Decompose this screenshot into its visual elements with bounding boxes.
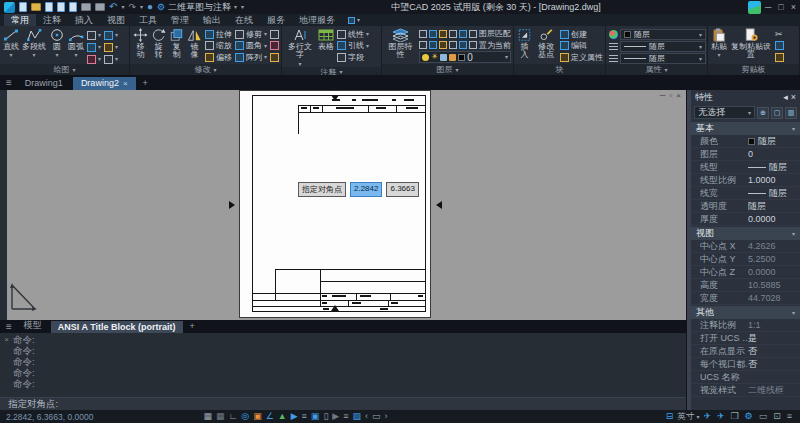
copy-clip-tool[interactable] <box>775 41 784 51</box>
qat-customize-icon[interactable]: ▾ <box>241 4 244 10</box>
units-label[interactable]: 英寸 <box>677 411 694 423</box>
circle-button[interactable]: 圆 ▾ <box>49 28 65 58</box>
create-block-tool[interactable]: 创建 <box>560 29 603 39</box>
undo-icon[interactable]: ↶ <box>109 2 117 12</box>
workspace-switcher[interactable]: ⚙ 二维草图与注释 ▾ <box>157 1 237 14</box>
save-as-icon[interactable] <box>57 2 65 12</box>
redo-icon[interactable]: ↷ <box>128 2 136 12</box>
panel-close-icon[interactable]: × <box>791 92 796 102</box>
property-row[interactable]: 厚度0.0000 <box>691 213 800 226</box>
copy-button[interactable]: 复制 <box>169 28 184 60</box>
rotate-button[interactable]: 旋转 <box>151 28 166 60</box>
property-row[interactable]: UCS 名称 <box>691 371 800 384</box>
define-attributes-tool[interactable]: 定义属性 <box>560 52 603 62</box>
property-row[interactable]: 中心点 X4.2626 <box>691 240 800 253</box>
property-row[interactable]: 宽度44.7028 <box>691 292 800 305</box>
format-brush-tool[interactable] <box>775 52 784 62</box>
linear-dimension-tool[interactable]: 线性▾ <box>337 29 369 39</box>
block-section-label[interactable]: 块 <box>514 64 605 75</box>
layout-tab-ansi-a[interactable]: ANSI A Title Block (portrait) <box>51 321 183 333</box>
property-row[interactable]: 视觉样式二维线框 <box>691 384 800 397</box>
insert-block-button[interactable]: 插入 <box>517 28 532 60</box>
layer-match-tool-icon[interactable] <box>469 30 477 38</box>
rectangle-tool[interactable]: ▾ <box>87 30 101 40</box>
ribbon-tab-工具[interactable]: 工具 <box>132 14 164 26</box>
ribbon-tab-注释[interactable]: 注释 <box>36 14 68 26</box>
lineweight-dropdown[interactable]: 随层 ▾ <box>620 41 706 52</box>
object-snap-tracking-icon[interactable]: ∠ <box>264 412 276 421</box>
ribbon-tab-常用[interactable]: 常用 <box>4 14 36 26</box>
units-stack-icon[interactable]: ≡ <box>341 412 350 421</box>
new-file-icon[interactable] <box>19 2 27 12</box>
layer-properties-button[interactable]: 图层特性 <box>385 28 416 60</box>
explode-tool[interactable] <box>270 52 279 62</box>
layer-thaw-icon[interactable] <box>439 41 447 49</box>
property-row[interactable]: 中心点 Z0.0000 <box>691 266 800 279</box>
model-tab[interactable]: 模型 <box>17 318 49 333</box>
property-row[interactable]: 注释比例1:1 <box>691 319 800 332</box>
quick-properties-icon[interactable]: ▨ <box>351 412 364 421</box>
layer-selector[interactable]: ☀ 0 ▾ <box>419 51 511 63</box>
customization-menu-icon[interactable]: ≡ <box>785 412 794 421</box>
drawing-canvas[interactable]: 指定对角点 2.2842 6.3663 ─ ▫ × <box>0 90 686 320</box>
ellipse-tool[interactable]: ▾ <box>104 54 118 64</box>
dynamic-ucs-icon[interactable]: ▲ <box>276 412 289 421</box>
property-row[interactable]: 线型比例1.0000 <box>691 174 800 187</box>
panel-grip[interactable] <box>687 90 691 410</box>
property-row[interactable]: 图层0 <box>691 148 800 161</box>
online-icon[interactable]: ● <box>147 2 153 12</box>
app-logo-icon[interactable] <box>4 2 15 13</box>
layer-lock-icon[interactable] <box>449 30 457 38</box>
property-row[interactable]: 透明度随层 <box>691 200 800 213</box>
ribbon-tab-服务[interactable]: 服务 <box>260 14 292 26</box>
mtext-button[interactable]: 多行文字 ▾ <box>285 28 315 67</box>
lineweight-display-icon[interactable]: ≡ <box>300 412 309 421</box>
pin-icon[interactable]: ◂ <box>783 92 788 102</box>
close-button[interactable]: × <box>791 2 796 12</box>
clipboard-section-label[interactable]: 剪贴板 <box>708 64 799 75</box>
print-preview-icon[interactable] <box>95 3 105 11</box>
annotation-visibility-icon[interactable]: ✈ <box>701 412 713 421</box>
polyline-button[interactable]: 多段线 ▾ <box>22 28 46 58</box>
full-screen-icon[interactable]: ⊡ <box>771 412 783 421</box>
maximize-button[interactable]: □ <box>778 2 783 12</box>
chevron-down-icon[interactable]: ▾ <box>696 414 699 420</box>
modify-section-label[interactable]: 修改▾ <box>130 64 281 75</box>
move-button[interactable]: 移动 <box>133 28 148 60</box>
properties-section-label[interactable]: 属性▾ <box>606 64 707 75</box>
drawing-restore-button[interactable]: ▫ <box>669 91 672 100</box>
ribbon-tab-地理服务[interactable]: 地理服务 <box>292 14 342 26</box>
linetype-dropdown[interactable]: 随层 ▾ <box>620 53 706 64</box>
layer-unlock-icon[interactable] <box>449 54 456 61</box>
minimize-button[interactable]: ─ <box>765 2 771 12</box>
layer-section-label[interactable]: 图层▾ <box>382 64 513 75</box>
ribbon-tab-插入[interactable]: 插入 <box>68 14 100 26</box>
clean-screen-icon[interactable]: ▭ <box>370 412 383 421</box>
doc-tab-drawing2[interactable]: Drawing2 × <box>73 77 136 90</box>
property-row[interactable]: 打开 UCS …是 <box>691 332 800 345</box>
selection-dropdown[interactable]: 无选择 ▾ <box>694 106 755 119</box>
polar-tracking-icon[interactable]: ◎ <box>239 412 251 421</box>
select-objects-icon[interactable]: ▢ <box>771 107 783 119</box>
field-tool[interactable]: 字段 <box>337 52 369 62</box>
donut-tool[interactable]: ▾ <box>87 42 101 52</box>
match-properties-tool[interactable] <box>270 29 279 39</box>
paste-button[interactable]: 粘贴 ▾ <box>711 28 727 58</box>
edit-base-point-button[interactable]: 修改基点 <box>535 28 557 60</box>
layer-freeze-icon[interactable] <box>439 30 447 38</box>
selection-cycling-icon[interactable]: ▯ <box>321 412 330 421</box>
draw-section-label[interactable]: 绘图▾ <box>0 64 129 75</box>
line-button[interactable]: 直线 ▾ <box>3 28 19 58</box>
layer-match-label[interactable]: 图层匹配 <box>479 28 511 39</box>
open-file-icon[interactable] <box>31 3 41 11</box>
export-icon[interactable] <box>69 2 77 12</box>
toggle-pickadd-icon[interactable]: ⊕ <box>757 107 769 119</box>
redo-dropdown-icon[interactable]: ▾ <box>140 4 143 10</box>
layer-color-swatch[interactable] <box>458 54 465 61</box>
layer-lock-icon[interactable] <box>440 54 447 61</box>
new-layout-button[interactable]: + <box>185 321 200 333</box>
save-icon[interactable] <box>45 2 53 12</box>
ribbon-display-toggle[interactable]: ▾ <box>342 14 360 26</box>
command-prompt[interactable]: 指定对角点: <box>0 398 686 410</box>
dynamic-input-x[interactable]: 2.2842 <box>350 182 382 197</box>
